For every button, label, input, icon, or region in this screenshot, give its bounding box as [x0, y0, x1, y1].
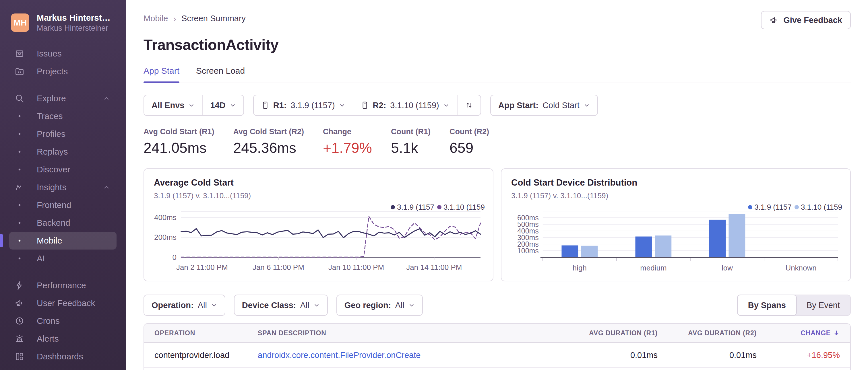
sidebar-item-discover[interactable]: Discover: [9, 161, 117, 178]
svg-text:Jan 10 11:00 PM: Jan 10 11:00 PM: [329, 263, 384, 272]
metric-value: 5.1k: [391, 140, 431, 156]
metric-value-change: +1.79%: [323, 140, 372, 156]
issues-icon: [14, 48, 25, 59]
app-start-type-filter[interactable]: App Start: Cold Start: [491, 95, 597, 115]
metric-value: 659: [450, 140, 489, 156]
span-description-link[interactable]: androidx.core.content.FileProvider.onCre…: [258, 350, 563, 360]
date-range-filter[interactable]: 14D: [202, 95, 243, 115]
sidebar-item-label: Performance: [37, 280, 86, 290]
megaphone-icon: [770, 15, 779, 25]
sidebar-item-label: Profiles: [37, 129, 65, 139]
sidebar-item-label: Alerts: [37, 334, 59, 344]
sidebar-item-replays[interactable]: Replays: [9, 143, 117, 161]
tab-screen-load[interactable]: Screen Load: [196, 66, 245, 82]
sidebar: MH Markus Hinterst… Markus Hintersteiner…: [0, 0, 126, 370]
chart-subtitle: 3.1.9 (1157) v. 3.1.10...(1159): [154, 191, 483, 200]
environment-filter[interactable]: All Envs: [144, 95, 202, 115]
nav-section-gap: [0, 80, 126, 90]
filter-row: All Envs 14D R1: 3.1.9 (1157) R2: 3.1.10…: [144, 95, 851, 116]
user-card[interactable]: MH Markus Hinterst… Markus Hintersteiner: [0, 0, 126, 43]
breadcrumb-mobile[interactable]: Mobile: [144, 14, 168, 23]
metric-value: 245.36ms: [234, 140, 304, 156]
breadcrumb-separator-icon: ›: [173, 14, 176, 23]
sidebar-item-alerts[interactable]: Alerts: [9, 330, 117, 348]
sidebar-item-dashboards[interactable]: Dashboards: [9, 348, 117, 365]
sidebar-item-crons[interactable]: Crons: [9, 312, 117, 330]
sidebar-item-label: Crons: [37, 316, 60, 326]
release-1-value: 3.1.9 (1157): [290, 101, 335, 110]
metric-avg-cold-start-r2: Avg Cold Start (R2) 245.36ms: [234, 127, 304, 156]
tab-app-start[interactable]: App Start: [144, 66, 179, 82]
app-start-type-label: App Start:: [498, 101, 538, 110]
breadcrumb: Mobile › Screen Summary: [144, 14, 246, 23]
sidebar-item-insights[interactable]: Insights: [9, 178, 117, 196]
sidebar-item-mobile[interactable]: Mobile: [9, 232, 117, 249]
bar-low-r2[interactable]: [728, 214, 745, 257]
nav-section-gap: [0, 267, 126, 276]
sidebar-item-user-feedback[interactable]: User Feedback: [9, 294, 117, 312]
toggle-by-spans[interactable]: By Spans: [737, 295, 797, 316]
column-header-operation[interactable]: OPERATION: [154, 329, 258, 337]
cold-start-device-distribution-card: Cold Start Device Distribution 3.1.9 (11…: [501, 168, 851, 281]
column-header-change[interactable]: CHANGE: [756, 329, 840, 337]
bar-medium-r1[interactable]: [635, 237, 652, 257]
sidebar-item-explore[interactable]: Explore: [9, 90, 117, 107]
sidebar-item-performance[interactable]: Performance: [9, 276, 117, 294]
cell-operation: contentprovider.load: [154, 350, 258, 360]
bullet-icon: [14, 200, 25, 210]
line-chart[interactable]: 0200ms400msJan 2 11:00 PMJan 6 11:00 PMJ…: [154, 200, 484, 280]
svg-text:medium: medium: [640, 264, 666, 272]
sidebar-item-issues[interactable]: Issues: [9, 45, 117, 63]
user-org: Markus Hintersteiner: [37, 23, 111, 33]
bar-chart[interactable]: 100ms200ms300ms400ms500ms600mshighmedium…: [511, 200, 841, 280]
partial-next-row: [144, 368, 850, 370]
sidebar-item-label: Traces: [37, 111, 63, 121]
device-class-filter[interactable]: Device Class: All: [234, 295, 328, 316]
environment-filter-label: All Envs: [152, 101, 184, 110]
bar-high-r2[interactable]: [581, 246, 598, 257]
device-class-filter-value: All: [300, 301, 309, 310]
svg-text:low: low: [722, 264, 733, 272]
sidebar-item-traces[interactable]: Traces: [9, 107, 117, 125]
table-row[interactable]: contentprovider.loadandroidx.core.conten…: [144, 343, 850, 368]
sidebar-item-projects[interactable]: Projects: [9, 63, 117, 80]
sidebar-item-label: User Feedback: [37, 298, 95, 308]
geo-region-filter-label: Geo region:: [344, 301, 391, 310]
breadcrumb-current: Screen Summary: [181, 14, 246, 23]
svg-text:Jan 14 11:00 PM: Jan 14 11:00 PM: [406, 263, 462, 272]
sidebar-item-releases[interactable]: Releases: [9, 365, 117, 370]
svg-text:Jan 6 11:00 PM: Jan 6 11:00 PM: [253, 263, 304, 272]
performance-icon: [14, 280, 25, 291]
svg-text:400ms: 400ms: [154, 213, 177, 222]
line-series-dashed: [181, 216, 480, 257]
average-cold-start-chart-card: Average Cold Start 3.1.9 (1157) v. 3.1.1…: [144, 168, 493, 281]
column-header-avg-duration-r1[interactable]: AVG DURATION (R1): [563, 329, 658, 337]
view-toggle: By Spans By Event: [737, 295, 851, 316]
release-1-filter[interactable]: R1: 3.1.9 (1157): [254, 95, 353, 115]
sidebar-item-ai[interactable]: AI: [9, 249, 117, 267]
app-start-type-value: Cold Start: [542, 101, 580, 110]
bar-high-r1[interactable]: [561, 245, 578, 257]
swap-releases-button[interactable]: [457, 95, 480, 115]
table-body: contentprovider.loadandroidx.core.conten…: [144, 343, 850, 368]
svg-text:high: high: [572, 264, 587, 272]
sidebar-item-profiles[interactable]: Profiles: [9, 125, 117, 143]
release-2-filter[interactable]: R2: 3.1.10 (1159): [353, 95, 457, 115]
toggle-by-event[interactable]: By Event: [796, 295, 850, 315]
column-header-span-description[interactable]: SPAN DESCRIPTION: [258, 329, 563, 337]
svg-text:Jan 2 11:00 PM: Jan 2 11:00 PM: [176, 263, 228, 272]
give-feedback-button[interactable]: Give Feedback: [761, 11, 851, 29]
chevron-down-icon: [408, 302, 415, 308]
bar-medium-r2[interactable]: [655, 235, 671, 257]
metric-count-r1: Count (R1) 5.1k: [391, 127, 431, 156]
sidebar-item-frontend[interactable]: Frontend: [9, 196, 117, 214]
metric-avg-cold-start-r1: Avg Cold Start (R1) 241.05ms: [144, 127, 214, 156]
operation-filter[interactable]: Operation: All: [144, 295, 225, 316]
sidebar-item-label: Frontend: [37, 200, 71, 210]
bar-low-r1[interactable]: [709, 220, 726, 257]
geo-region-filter[interactable]: Geo region: All: [336, 295, 423, 316]
sidebar-item-backend[interactable]: Backend: [9, 214, 117, 232]
column-header-avg-duration-r2[interactable]: AVG DURATION (R2): [658, 329, 756, 337]
span-filters: Operation: All Device Class: All Geo reg…: [144, 295, 423, 316]
sidebar-item-label: Issues: [37, 49, 62, 59]
